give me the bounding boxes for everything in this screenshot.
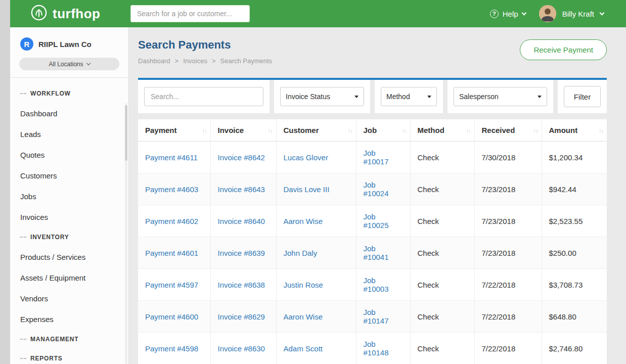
sort-icon: ↑↓ [268,127,273,133]
customer-link[interactable]: Lucas Glover [284,153,328,162]
column-header-customer[interactable]: Customer↑↓ [276,119,356,142]
shell: R RIIPL Lawn Co All Locations WORKFLOW D… [10,27,626,364]
sidebar-item-assets-equipment[interactable]: Assets / Equipment [10,267,128,288]
title-block: Search Payments Dashboard > Invoices > S… [138,38,272,65]
amount-cell: $648.80 [542,301,607,333]
nav-section-workflow: WORKFLOW [10,84,128,103]
column-header-invoice[interactable]: Invoice↑↓ [210,119,276,142]
brand: turfhop [10,4,119,23]
payments-search-input[interactable] [144,87,263,106]
breadcrumb-invoices[interactable]: Invoices [183,57,207,65]
column-header-job[interactable]: Job↑↓ [356,119,410,142]
page: turfhop ? Help Bil [0,0,626,364]
job-link[interactable]: Job #10147 [364,308,389,325]
dash-icon [20,358,26,359]
column-header-amount[interactable]: Amount↑↓ [542,119,607,142]
company-logo-icon: R [20,37,33,51]
amount-cell: $942.44 [542,173,607,205]
sidebar: R RIIPL Lawn Co All Locations WORKFLOW D… [10,27,129,364]
job-link[interactable]: Job #10024 [364,180,389,198]
sidebar-item-customers[interactable]: Customers [10,165,128,186]
top-bar: turfhop ? Help Bil [10,0,626,27]
invoice-status-select[interactable]: Invoice Status [280,87,364,106]
sidebar-item-dashboard[interactable]: Dashboard [10,103,128,124]
sidebar-item-products-services[interactable]: Products / Services [10,247,128,267]
sidebar-item-jobs[interactable]: Jobs [10,186,128,207]
nav-section-reports: REPORTS [10,349,128,364]
dropdown-arrow-icon [538,96,542,98]
help-menu[interactable]: ? Help [490,10,526,18]
customer-link[interactable]: Adam Scott [284,344,323,353]
job-link[interactable]: Job #10041 [364,244,389,261]
invoice-link[interactable]: Invoice #8630 [218,344,265,353]
method-cell: Check [410,173,474,205]
invoice-link[interactable]: Invoice #8643 [218,185,265,194]
customer-link[interactable]: Davis Love III [284,185,330,194]
received-cell: 7/22/2018 [474,269,542,301]
payment-link[interactable]: Payment #4601 [145,249,198,257]
sidebar-scrollbar-thumb[interactable] [125,105,127,161]
column-header-payment[interactable]: Payment↑↓ [138,119,210,142]
received-cell: 7/22/2018 [474,333,542,364]
payment-link[interactable]: Payment #4602 [145,217,198,225]
sidebar-item-expenses[interactable]: Expenses [10,309,128,330]
breadcrumb-separator: > [175,57,179,65]
invoice-link[interactable]: Invoice #8640 [218,217,265,225]
customer-link[interactable]: John Daly [284,249,318,257]
sort-icon: ↑↓ [402,127,407,133]
column-header-method[interactable]: Method↑↓ [410,119,474,142]
invoice-link[interactable]: Invoice #8639 [218,249,265,257]
payment-link[interactable]: Payment #4611 [145,153,198,162]
payment-link[interactable]: Payment #4603 [145,185,198,194]
payment-link[interactable]: Payment #4598 [145,344,198,353]
invoice-link[interactable]: Invoice #8642 [218,153,265,162]
filter-button[interactable]: Filter [564,86,601,107]
received-cell: 7/30/2018 [474,142,542,173]
job-link[interactable]: Job #10025 [364,212,389,230]
invoice-link[interactable]: Invoice #8629 [218,312,265,321]
sidebar-item-leads[interactable]: Leads [10,124,128,145]
table-row: Payment #4600 Invoice #8629 Aaron Wise J… [138,301,607,333]
chevron-down-icon [86,61,90,65]
chevron-down-icon [600,10,605,15]
receive-payment-button[interactable]: Receive Payment [520,39,607,60]
table-row: Payment #4602 Invoice #8640 Aaron Wise J… [138,205,607,237]
column-header-received[interactable]: Received↑↓ [474,119,542,142]
user-name: Billy Kraft [562,10,594,18]
locations-selector[interactable]: All Locations [19,58,119,70]
payment-link[interactable]: Payment #4597 [145,281,198,289]
company-name: RIIPL Lawn Co [38,40,92,49]
customer-link[interactable]: Aaron Wise [284,312,323,321]
sidebar-item-invoices[interactable]: Invoices [10,207,128,228]
user-menu[interactable]: Billy Kraft [539,5,604,22]
breadcrumb-dashboard[interactable]: Dashboard [138,57,170,65]
salesperson-select[interactable]: Salesperson [454,87,547,106]
job-link[interactable]: Job #10148 [364,340,389,357]
sidebar-nav: WORKFLOW Dashboard Leads Quotes Customer… [10,78,128,364]
sidebar-item-vendors[interactable]: Vendors [10,288,128,309]
method-select[interactable]: Method [381,87,437,106]
main-content: Search Payments Dashboard > Invoices > S… [129,27,626,364]
sort-icon: ↑↓ [466,127,471,133]
job-link[interactable]: Job #10003 [364,276,389,293]
left-gutter [0,0,10,364]
locations-label: All Locations [49,61,83,68]
amount-cell: $3,708.73 [542,269,607,301]
sidebar-scrollbar[interactable] [125,103,127,364]
dash-icon [20,339,26,340]
customer-link[interactable]: Justin Rose [284,281,323,289]
invoice-link[interactable]: Invoice #8638 [218,281,265,289]
dash-icon [20,237,26,238]
amount-cell: $2,746.80 [542,333,607,364]
customer-link[interactable]: Aaron Wise [284,217,323,225]
job-link[interactable]: Job #10017 [364,149,389,166]
dropdown-arrow-icon [427,96,431,98]
sort-icon: ↑↓ [202,127,207,133]
table-header-row: Payment↑↓ Invoice↑↓ Customer↑↓ Job↑↓ Met… [138,119,607,142]
payment-link[interactable]: Payment #4600 [145,312,198,321]
global-search-input[interactable] [130,5,250,22]
company: R RIIPL Lawn Co [10,27,128,57]
received-cell: 7/23/2018 [474,173,542,205]
sidebar-item-quotes[interactable]: Quotes [10,145,128,165]
help-icon: ? [490,10,499,18]
